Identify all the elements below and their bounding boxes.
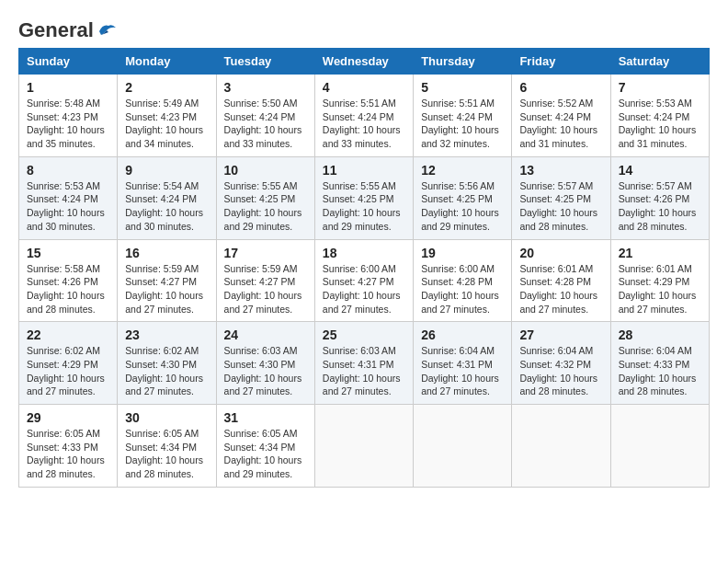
header: General — [18, 18, 710, 39]
calendar-cell: 26Sunrise: 6:04 AM Sunset: 4:31 PM Dayli… — [414, 322, 512, 405]
day-info: Sunrise: 6:02 AM Sunset: 4:30 PM Dayligh… — [125, 344, 208, 398]
day-number: 22 — [27, 327, 109, 342]
day-info: Sunrise: 6:03 AM Sunset: 4:30 PM Dayligh… — [224, 344, 307, 398]
day-info: Sunrise: 5:53 AM Sunset: 4:24 PM Dayligh… — [619, 97, 701, 151]
day-number: 1 — [27, 80, 109, 95]
day-info: Sunrise: 5:57 AM Sunset: 4:26 PM Dayligh… — [619, 179, 701, 234]
calendar-body: 1Sunrise: 5:48 AM Sunset: 4:23 PM Daylig… — [19, 75, 710, 488]
calendar-cell — [610, 405, 709, 488]
weekday-header-monday: Monday — [118, 49, 216, 75]
day-number: 27 — [519, 327, 602, 342]
calendar-cell: 30Sunrise: 6:05 AM Sunset: 4:34 PM Dayli… — [118, 405, 216, 488]
day-info: Sunrise: 5:58 AM Sunset: 4:26 PM Dayligh… — [27, 262, 109, 316]
logo-bird-icon — [97, 22, 118, 39]
day-number: 9 — [125, 163, 208, 178]
calendar-cell: 27Sunrise: 6:04 AM Sunset: 4:32 PM Dayli… — [512, 322, 610, 405]
day-number: 18 — [323, 246, 405, 260]
calendar-cell — [414, 405, 512, 488]
day-info: Sunrise: 6:04 AM Sunset: 4:32 PM Dayligh… — [519, 344, 602, 398]
calendar-cell: 31Sunrise: 6:05 AM Sunset: 4:34 PM Dayli… — [216, 405, 314, 488]
day-info: Sunrise: 6:05 AM Sunset: 4:34 PM Dayligh… — [125, 427, 208, 481]
calendar-cell — [314, 405, 413, 488]
day-number: 30 — [125, 410, 208, 425]
day-number: 13 — [519, 163, 602, 178]
day-number: 24 — [224, 327, 307, 342]
calendar-cell: 25Sunrise: 6:03 AM Sunset: 4:31 PM Dayli… — [314, 322, 413, 405]
day-number: 21 — [619, 246, 701, 260]
calendar-header-row: SundayMondayTuesdayWednesdayThursdayFrid… — [19, 49, 710, 75]
day-number: 28 — [619, 327, 701, 342]
calendar-cell: 21Sunrise: 6:01 AM Sunset: 4:29 PM Dayli… — [610, 239, 709, 322]
calendar-cell: 16Sunrise: 5:59 AM Sunset: 4:27 PM Dayli… — [118, 239, 216, 322]
day-info: Sunrise: 5:56 AM Sunset: 4:25 PM Dayligh… — [421, 179, 504, 234]
calendar-cell: 10Sunrise: 5:55 AM Sunset: 4:25 PM Dayli… — [216, 156, 314, 239]
calendar-week-1: 1Sunrise: 5:48 AM Sunset: 4:23 PM Daylig… — [19, 75, 710, 157]
weekday-header-sunday: Sunday — [19, 49, 118, 75]
weekday-header-wednesday: Wednesday — [314, 49, 413, 75]
day-number: 15 — [27, 246, 109, 260]
day-number: 19 — [421, 246, 504, 260]
day-number: 23 — [125, 327, 208, 342]
calendar-cell: 5Sunrise: 5:51 AM Sunset: 4:24 PM Daylig… — [414, 75, 512, 157]
calendar-cell — [512, 405, 610, 488]
day-info: Sunrise: 5:54 AM Sunset: 4:24 PM Dayligh… — [125, 179, 208, 234]
logo: General — [18, 18, 118, 39]
calendar-cell: 4Sunrise: 5:51 AM Sunset: 4:24 PM Daylig… — [314, 75, 413, 157]
logo-general: General — [18, 18, 94, 42]
weekday-header-friday: Friday — [512, 49, 610, 75]
day-info: Sunrise: 5:49 AM Sunset: 4:23 PM Dayligh… — [125, 97, 208, 151]
day-number: 16 — [125, 246, 208, 260]
day-number: 3 — [224, 80, 307, 95]
weekday-header-saturday: Saturday — [610, 49, 709, 75]
day-number: 10 — [224, 163, 307, 178]
day-info: Sunrise: 6:04 AM Sunset: 4:31 PM Dayligh… — [421, 344, 504, 398]
day-info: Sunrise: 5:52 AM Sunset: 4:24 PM Dayligh… — [519, 97, 602, 151]
day-number: 5 — [421, 80, 504, 95]
day-number: 4 — [323, 80, 405, 95]
day-info: Sunrise: 5:57 AM Sunset: 4:25 PM Dayligh… — [519, 179, 602, 234]
calendar-cell: 2Sunrise: 5:49 AM Sunset: 4:23 PM Daylig… — [118, 75, 216, 157]
calendar-cell: 12Sunrise: 5:56 AM Sunset: 4:25 PM Dayli… — [414, 156, 512, 239]
day-info: Sunrise: 6:05 AM Sunset: 4:34 PM Dayligh… — [224, 427, 307, 481]
calendar-cell: 8Sunrise: 5:53 AM Sunset: 4:24 PM Daylig… — [19, 156, 118, 239]
calendar-table: SundayMondayTuesdayWednesdayThursdayFrid… — [18, 48, 710, 488]
day-number: 12 — [421, 163, 504, 178]
calendar-cell: 9Sunrise: 5:54 AM Sunset: 4:24 PM Daylig… — [118, 156, 216, 239]
calendar-cell: 13Sunrise: 5:57 AM Sunset: 4:25 PM Dayli… — [512, 156, 610, 239]
day-number: 2 — [125, 80, 208, 95]
calendar-cell: 22Sunrise: 6:02 AM Sunset: 4:29 PM Dayli… — [19, 322, 118, 405]
calendar-cell: 18Sunrise: 6:00 AM Sunset: 4:27 PM Dayli… — [314, 239, 413, 322]
calendar-cell: 28Sunrise: 6:04 AM Sunset: 4:33 PM Dayli… — [610, 322, 709, 405]
day-number: 6 — [519, 80, 602, 95]
calendar-cell: 14Sunrise: 5:57 AM Sunset: 4:26 PM Dayli… — [610, 156, 709, 239]
calendar-week-3: 15Sunrise: 5:58 AM Sunset: 4:26 PM Dayli… — [19, 239, 710, 322]
day-info: Sunrise: 5:55 AM Sunset: 4:25 PM Dayligh… — [224, 179, 307, 234]
calendar-cell: 6Sunrise: 5:52 AM Sunset: 4:24 PM Daylig… — [512, 75, 610, 157]
day-info: Sunrise: 5:59 AM Sunset: 4:27 PM Dayligh… — [125, 262, 208, 316]
calendar-cell: 1Sunrise: 5:48 AM Sunset: 4:23 PM Daylig… — [19, 75, 118, 157]
calendar-week-4: 22Sunrise: 6:02 AM Sunset: 4:29 PM Dayli… — [19, 322, 710, 405]
weekday-header-tuesday: Tuesday — [216, 49, 314, 75]
day-info: Sunrise: 5:53 AM Sunset: 4:24 PM Dayligh… — [27, 179, 109, 234]
day-info: Sunrise: 6:01 AM Sunset: 4:28 PM Dayligh… — [519, 262, 602, 316]
day-number: 14 — [619, 163, 701, 178]
calendar-cell: 7Sunrise: 5:53 AM Sunset: 4:24 PM Daylig… — [610, 75, 709, 157]
day-info: Sunrise: 6:00 AM Sunset: 4:28 PM Dayligh… — [421, 262, 504, 316]
day-info: Sunrise: 6:01 AM Sunset: 4:29 PM Dayligh… — [619, 262, 701, 316]
day-number: 7 — [619, 80, 701, 95]
day-number: 20 — [519, 246, 602, 260]
day-info: Sunrise: 6:04 AM Sunset: 4:33 PM Dayligh… — [619, 344, 701, 398]
calendar-cell: 15Sunrise: 5:58 AM Sunset: 4:26 PM Dayli… — [19, 239, 118, 322]
day-number: 17 — [224, 246, 307, 260]
weekday-header-thursday: Thursday — [414, 49, 512, 75]
day-info: Sunrise: 5:59 AM Sunset: 4:27 PM Dayligh… — [224, 262, 307, 316]
day-info: Sunrise: 6:02 AM Sunset: 4:29 PM Dayligh… — [27, 344, 109, 398]
day-info: Sunrise: 5:55 AM Sunset: 4:25 PM Dayligh… — [323, 179, 405, 234]
calendar-cell: 17Sunrise: 5:59 AM Sunset: 4:27 PM Dayli… — [216, 239, 314, 322]
day-info: Sunrise: 6:03 AM Sunset: 4:31 PM Dayligh… — [323, 344, 405, 398]
day-number: 8 — [27, 163, 109, 178]
day-info: Sunrise: 5:48 AM Sunset: 4:23 PM Dayligh… — [27, 97, 109, 151]
calendar-cell: 11Sunrise: 5:55 AM Sunset: 4:25 PM Dayli… — [314, 156, 413, 239]
day-info: Sunrise: 6:00 AM Sunset: 4:27 PM Dayligh… — [323, 262, 405, 316]
calendar-cell: 20Sunrise: 6:01 AM Sunset: 4:28 PM Dayli… — [512, 239, 610, 322]
